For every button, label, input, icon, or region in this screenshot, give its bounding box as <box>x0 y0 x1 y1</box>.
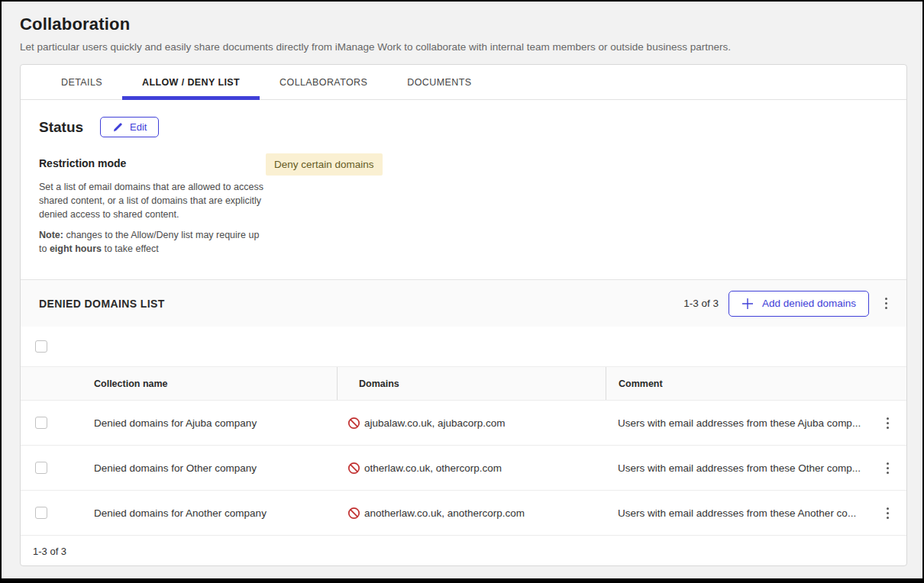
denied-domains-list-title: DENIED DOMAINS LIST <box>39 298 683 310</box>
status-section: Status Edit Restriction mode Set a list … <box>21 100 906 279</box>
add-denied-domains-label: Add denied domains <box>762 298 856 309</box>
row-checkbox[interactable] <box>35 507 47 519</box>
plus-icon <box>741 298 754 310</box>
domains-cell: ajubalaw.co.uk, ajubacorp.com <box>364 417 506 429</box>
tab-details[interactable]: DETAILS <box>41 65 122 99</box>
domains-cell: otherlaw.co.uk, othercorp.com <box>364 462 502 474</box>
collection-name-cell: Denied domains for Other company <box>76 462 337 474</box>
page-header: Collaboration Let particular users quick… <box>2 2 922 53</box>
row-overflow-menu-icon[interactable] <box>876 411 899 434</box>
tab-allow-deny-list[interactable]: ALLOW / DENY LIST <box>122 65 260 99</box>
page: Collaboration Let particular users quick… <box>2 2 922 578</box>
denied-icon <box>347 417 360 430</box>
row-checkbox[interactable] <box>35 462 47 474</box>
select-all-checkbox[interactable] <box>35 340 47 353</box>
denied-domains-list-header: DENIED DOMAINS LIST 1-3 of 3 Add denied … <box>21 279 906 327</box>
status-heading: Status <box>39 119 83 136</box>
comment-cell: Users with email addresses from these An… <box>606 507 868 519</box>
row-checkbox[interactable] <box>35 417 47 429</box>
tab-bar: DETAILSALLOW / DENY LISTCOLLABORATORSDOC… <box>21 65 906 100</box>
comment-cell: Users with email addresses from these Aj… <box>606 417 868 429</box>
collection-name-cell: Denied domains for Another company <box>76 507 337 519</box>
restriction-mode-label: Restriction mode <box>39 157 266 169</box>
column-header-comment: Comment <box>606 367 868 400</box>
table-column-headers: Collection name Domains Comment <box>21 366 906 400</box>
row-overflow-menu-icon[interactable] <box>876 456 899 479</box>
collaboration-card: DETAILSALLOW / DENY LISTCOLLABORATORSDOC… <box>20 64 907 566</box>
table-row[interactable]: Denied domains for Other company otherla… <box>21 445 906 490</box>
page-subtitle: Let particular users quickly and easily … <box>20 41 904 53</box>
select-all-row <box>21 327 906 366</box>
edit-button[interactable]: Edit <box>100 117 159 137</box>
collection-name-cell: Denied domains for Ajuba company <box>76 417 337 429</box>
result-count: 1-3 of 3 <box>683 298 719 309</box>
domains-cell: anotherlaw.co.uk, anothercorp.com <box>364 507 525 519</box>
table-row[interactable]: Denied domains for Another company anoth… <box>21 490 906 535</box>
page-title: Collaboration <box>20 14 904 34</box>
list-footer-count: 1-3 of 3 <box>21 535 906 566</box>
row-overflow-menu-icon[interactable] <box>876 501 899 524</box>
denied-icon <box>347 462 360 475</box>
restriction-note: Note: changes to the Allow/Deny list may… <box>39 229 268 256</box>
note-bold: eight hours <box>50 243 102 254</box>
column-header-domains: Domains <box>337 367 606 400</box>
table-row[interactable]: Denied domains for Ajuba company ajubala… <box>21 400 906 445</box>
pencil-icon <box>112 122 123 133</box>
tab-documents[interactable]: DOCUMENTS <box>387 65 491 99</box>
list-overflow-menu-icon[interactable] <box>874 292 897 315</box>
note-prefix: Note: <box>39 230 63 240</box>
restriction-mode-badge: Deny certain domains <box>266 153 383 176</box>
edit-button-label: Edit <box>130 121 147 133</box>
restriction-description: Set a list of email domains that are all… <box>39 181 268 221</box>
denied-icon <box>347 507 360 520</box>
add-denied-domains-button[interactable]: Add denied domains <box>729 291 869 317</box>
column-header-collection-name: Collection name <box>76 367 337 400</box>
comment-cell: Users with email addresses from these Ot… <box>606 462 868 474</box>
table-body: Denied domains for Ajuba company ajubala… <box>21 400 906 535</box>
tab-collaborators[interactable]: COLLABORATORS <box>260 65 387 99</box>
